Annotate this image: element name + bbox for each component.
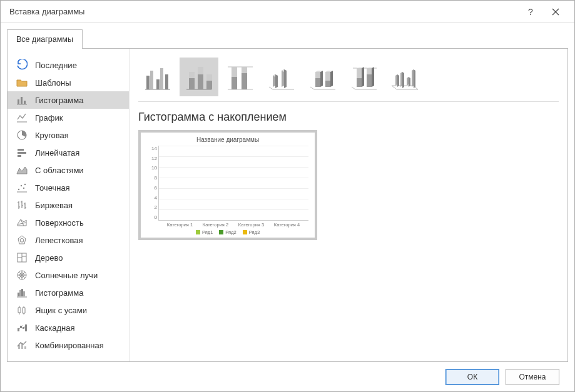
sidebar-item-stock[interactable]: Биржевая [8,196,129,214]
insert-chart-dialog: Вставка диаграммы ? Все диаграммы Послед… [0,0,575,392]
subtype-stacked[interactable] [180,58,218,96]
svg-rect-35 [198,67,203,74]
sidebar-item-surface[interactable]: Поверхность [8,214,129,231]
svg-point-8 [21,185,22,186]
svg-rect-18 [21,289,23,296]
svg-rect-28 [150,71,153,89]
subtype-3d-column[interactable] [386,58,425,96]
column-chart-icon [16,94,28,106]
svg-rect-20 [18,328,19,331]
sidebar-item-label: Поверхность [35,218,84,228]
svg-rect-31 [165,74,168,89]
sidebar: Последние Шаблоны Гистограмма График Кру… [8,49,130,361]
subtype-row [138,55,559,102]
sidebar-item-label: Дерево [35,253,63,263]
recent-icon [16,59,28,71]
area-chart-icon [16,164,28,176]
y-axis: 14121086420 [147,146,158,228]
svg-rect-0 [18,99,19,104]
chart-title: Название диаграммы [147,136,308,143]
ok-button[interactable]: ОК [445,369,499,385]
treemap-icon [16,252,28,263]
radar-chart-icon [16,234,28,246]
svg-rect-2 [24,101,26,104]
sidebar-item-line[interactable]: График [8,109,129,126]
svg-rect-1 [21,97,23,104]
sidebar-item-label: Круговая [35,131,69,140]
svg-rect-33 [189,72,195,78]
sidebar-item-histogram[interactable]: Гистограмма [8,284,129,301]
histogram-icon [16,287,28,298]
subtype-heading: Гистограмма с накоплением [138,102,559,130]
sidebar-item-boxwhisker[interactable]: Ящик с усами [8,301,129,319]
chart-area: 14121086420 Категория 1Категория 2Катего… [147,146,308,228]
sidebar-item-label: Шаблоны [35,78,71,88]
line-chart-icon [16,112,28,123]
cancel-button[interactable]: Отмена [506,369,559,385]
sidebar-item-pie[interactable]: Круговая [8,126,129,144]
svg-rect-6 [18,155,21,157]
help-button[interactable]: ? [518,1,543,23]
sidebar-item-label: Каскадная [35,323,75,333]
sidebar-item-scatter[interactable]: Точечная [8,179,129,196]
main: Гистограмма с накоплением Название диагр… [130,49,567,361]
x-axis: Категория 1Категория 2Категория 3Категор… [158,221,308,228]
surface-chart-icon [16,217,28,228]
subtype-3d-100stacked[interactable] [345,58,384,96]
sidebar-item-bar[interactable]: Линейчатая [8,144,129,161]
svg-rect-23 [25,324,27,331]
svg-rect-29 [156,79,160,89]
svg-rect-17 [19,290,21,296]
sidebar-item-treemap[interactable]: Дерево [8,249,129,266]
sidebar-item-label: С областями [35,166,84,175]
sidebar-item-sunburst[interactable]: Солнечные лучи [8,266,129,284]
subtype-clustered[interactable] [138,58,177,96]
folder-icon [16,77,28,88]
subtype-3d-stacked[interactable] [303,58,342,96]
chart-preview[interactable]: Название диаграммы 14121086420 [138,130,317,240]
bar-chart-icon [16,147,28,158]
sidebar-item-column[interactable]: Гистограмма [8,91,129,109]
sidebar-item-label: Солнечные лучи [35,271,98,280]
svg-rect-32 [189,78,195,89]
svg-rect-4 [18,149,24,151]
svg-point-10 [24,184,26,185]
sidebar-item-area[interactable]: С областями [8,161,129,179]
boxwhisker-icon [16,304,28,316]
sidebar-item-combo[interactable]: Комбинированная [8,336,129,354]
sidebar-item-label: Линейчатая [35,148,79,158]
pie-chart-icon [16,129,28,141]
svg-marker-12 [20,238,24,242]
scatter-chart-icon [16,182,28,193]
svg-rect-39 [232,77,237,89]
sidebar-item-label: Точечная [35,183,70,193]
waterfall-icon [16,322,28,333]
stock-chart-icon [16,199,28,211]
svg-rect-27 [146,76,150,89]
close-button[interactable] [543,1,568,23]
footer: ОК Отмена [7,362,568,392]
panel: Последние Шаблоны Гистограмма График Кру… [7,48,568,362]
sidebar-item-label: Комбинированная [35,341,104,350]
combo-chart-icon [16,339,28,351]
sidebar-item-waterfall[interactable]: Каскадная [8,319,129,336]
svg-rect-26 [24,346,26,349]
svg-point-7 [18,189,19,190]
sidebar-item-templates[interactable]: Шаблоны [8,74,129,91]
subtype-100stacked[interactable] [221,58,260,96]
svg-rect-30 [160,68,163,89]
svg-rect-37 [206,74,212,81]
svg-rect-36 [206,81,212,89]
titlebar: Вставка диаграммы ? [1,1,574,23]
svg-rect-5 [18,152,26,154]
subtype-3d-clustered[interactable] [262,58,301,96]
sidebar-item-recent[interactable]: Последние [8,56,129,74]
dialog-body: Все диаграммы Последние Шаблоны Гистогра… [1,23,574,392]
sidebar-item-label: Гистограмма [35,288,83,298]
legend: Ряд1 Ряд2 Ряд3 [147,228,308,235]
sidebar-item-label: Ящик с усами [35,306,87,315]
sidebar-item-label: Биржевая [35,201,73,210]
svg-rect-19 [23,291,25,296]
sidebar-item-radar[interactable]: Лепестковая [8,231,129,249]
tab-all-charts[interactable]: Все диаграммы [7,29,83,49]
